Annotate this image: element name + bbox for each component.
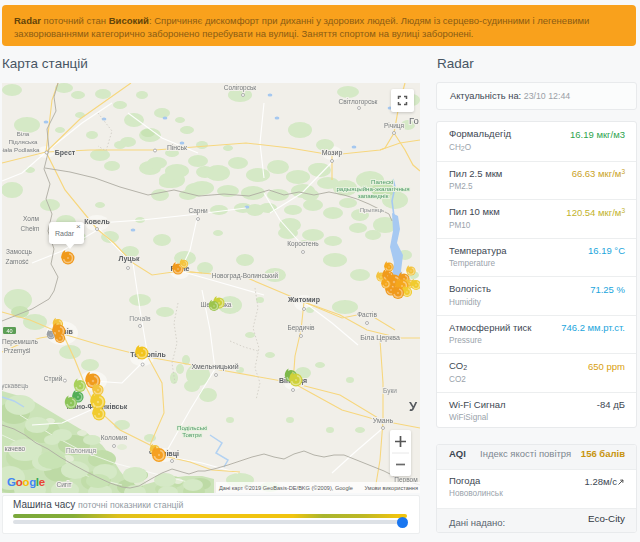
svg-text:Умань: Умань (373, 417, 394, 424)
svg-text:Замосць: Замосць (6, 248, 33, 256)
svg-text:Підляська: Підляська (9, 138, 39, 145)
svg-text:Брест: Брест (55, 149, 76, 157)
svg-text:Річиця: Річиця (384, 122, 405, 130)
svg-text:Почаїв: Почаїв (129, 315, 151, 322)
svg-text:Пінськ: Пінськ (167, 144, 187, 151)
svg-text:Сигіт: Сигіт (56, 481, 71, 488)
svg-text:Перемишль: Перемишль (2, 338, 39, 346)
svg-text:Chełm: Chełm (21, 225, 40, 232)
svg-text:Мозир: Мозир (322, 149, 343, 157)
svg-text:рускавець: рускавець (2, 382, 29, 390)
svg-text:Буки: Буки (383, 387, 397, 395)
svg-text:Прыпяць: Прыпяць (360, 207, 384, 213)
svg-text:Подільські: Подільські (177, 424, 207, 431)
svg-text:Луцьк: Луцьк (119, 255, 140, 263)
svg-text:Бердичів: Бердичів (287, 324, 315, 332)
svg-text:Сарни: Сарни (188, 207, 208, 215)
svg-text:Biała Podlaska: Biała Podlaska (2, 146, 40, 153)
svg-text:Коростень: Коростень (287, 240, 319, 248)
svg-text:Біла: Біла (17, 130, 30, 137)
svg-text:Солігорськ: Солігорськ (224, 84, 256, 92)
svg-text:Полониця: Полониця (66, 447, 97, 455)
svg-text:Житомир: Житомир (287, 296, 320, 304)
svg-text:Стрий: Стрий (44, 375, 63, 383)
svg-text:Го: Го (409, 115, 419, 126)
svg-text:Новоград-Волинський: Новоград-Волинський (212, 272, 279, 280)
svg-text:запаведнік: запаведнік (358, 192, 389, 199)
svg-text:Zamość: Zamość (5, 258, 29, 265)
svg-text:Світлогорськ: Світлогорськ (339, 98, 378, 106)
svg-text:Біла Церква: Біла Церква (360, 334, 400, 342)
svg-text:качево: качево (5, 445, 26, 452)
svg-text:радыяцыйна-экалагічныя: радыяцыйна-экалагічныя (336, 185, 409, 192)
svg-text:Коломия: Коломия (101, 434, 128, 441)
svg-text:Хмельницький: Хмельницький (191, 363, 238, 371)
svg-text:Фастів: Фастів (357, 311, 377, 318)
svg-text:Холм: Холм (23, 215, 40, 222)
svg-text:Товтри: Товтри (182, 431, 202, 438)
svg-text:У: У (409, 399, 418, 414)
svg-text:Ковель: Ковель (84, 218, 110, 225)
svg-text:40: 40 (6, 328, 12, 334)
svg-text:Przemyśl: Przemyśl (4, 347, 31, 355)
svg-text:Палескі: Палескі (371, 178, 393, 185)
